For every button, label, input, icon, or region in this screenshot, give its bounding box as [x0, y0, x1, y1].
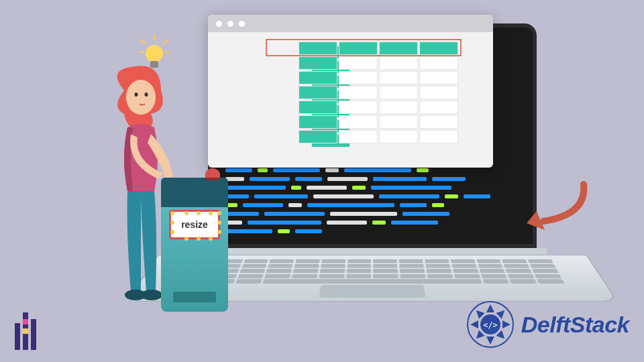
browser-titlebar [208, 15, 493, 32]
svg-point-7 [126, 80, 156, 115]
brand: </> DelftStack [466, 300, 629, 349]
keyboard [180, 259, 564, 284]
selection-outline [266, 39, 462, 56]
window-dot [227, 21, 233, 27]
podium-button [205, 168, 220, 180]
code-snippet [225, 168, 519, 237]
svg-line-1 [142, 40, 146, 44]
podium: resize [161, 178, 228, 312]
mandala-logo-icon: </> [466, 300, 515, 349]
svg-line-2 [163, 40, 167, 44]
curved-arrow-icon [523, 178, 590, 238]
svg-text:</>: </> [483, 320, 498, 330]
svg-point-8 [135, 93, 138, 97]
browser-window [208, 15, 493, 168]
illustration-scene: resize </> DelftStack [0, 0, 644, 362]
brand-name: DelftStack [521, 312, 629, 338]
window-dot [216, 21, 222, 27]
podium-top [161, 178, 228, 207]
laptop-hinge [198, 248, 547, 255]
podium-sign: resize [169, 210, 220, 239]
podium-sign-label: resize [181, 219, 208, 230]
window-dot [239, 21, 245, 27]
svg-point-9 [145, 93, 148, 97]
left-logo-icon [15, 312, 36, 350]
table-illustration [227, 44, 474, 149]
svg-point-5 [146, 45, 163, 62]
trackpad [319, 285, 426, 298]
svg-point-11 [141, 290, 162, 300]
